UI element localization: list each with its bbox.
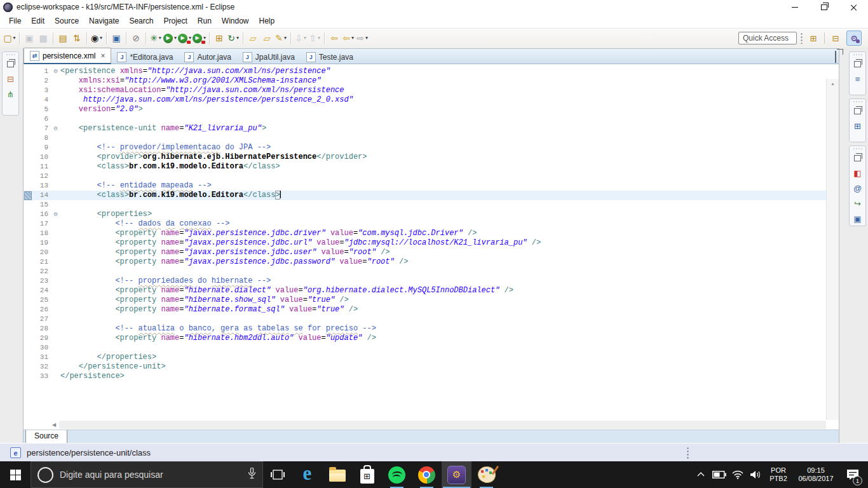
code-line[interactable]: 14 <class>br.com.k19.modelo.Editora</cla…	[24, 191, 839, 200]
code-line[interactable]: 10 <provider>org.hibernate.ejb.Hibernate…	[24, 152, 839, 162]
action-center-button[interactable]: 1	[841, 461, 864, 488]
code-line[interactable]: 11 <class>br.com.k19.modelo.Editora</cla…	[24, 162, 839, 172]
coverage-dropdown-icon[interactable]: ▾	[189, 36, 191, 41]
code-line[interactable]: 3 xsi:schemaLocation="http://java.sun.co…	[24, 86, 839, 95]
horizontal-scrollbar[interactable]: ◀	[24, 420, 839, 430]
code-line[interactable]: 29 <property name="hibernate.hbm2ddl.aut…	[24, 334, 839, 343]
export-jar-button[interactable]: ▤	[57, 31, 69, 45]
structure-view-button[interactable]: ⊞	[852, 121, 864, 132]
run-button[interactable]: ▶▾	[163, 31, 177, 45]
console-view-button[interactable]: ▣	[852, 214, 864, 224]
declaration-view-button[interactable]: ↪	[852, 198, 864, 209]
menu-search[interactable]: Search	[124, 15, 158, 27]
menu-file[interactable]: File	[4, 15, 26, 27]
close-button[interactable]	[839, 0, 868, 14]
microphone-icon[interactable]	[248, 468, 256, 482]
java-perspective-button[interactable]: ⚙	[846, 30, 862, 46]
taskbar-edge[interactable]: e	[292, 461, 322, 488]
volume-icon[interactable]	[748, 470, 764, 479]
code-line[interactable]: 2 xmlns:xsi="http://www.w3.org/2001/XMLS…	[24, 76, 839, 86]
language-indicator[interactable]: POR PTB2	[766, 466, 790, 483]
minimize-button[interactable]	[780, 0, 810, 14]
code-line[interactable]: 13 <!-- entidade mapeada -->	[24, 181, 839, 191]
next-annotation-dropdown-icon[interactable]: ▾	[304, 36, 306, 41]
tab-teste-java[interactable]: JTeste.java	[301, 50, 359, 64]
code-line[interactable]: 19 <property name="javax.persistence.jdb…	[24, 238, 839, 248]
javadoc-view-button[interactable]: @	[852, 183, 864, 194]
quick-access-input[interactable]: Quick Access	[738, 32, 797, 44]
highlight-pen-button[interactable]: ✎▾	[275, 31, 287, 45]
new-javaee-project-button[interactable]: ⊞	[213, 31, 226, 45]
tray-expand-chevron-icon[interactable]	[693, 472, 709, 477]
next-annotation-button[interactable]: ⇩▾	[294, 31, 307, 45]
previous-annotation-button[interactable]: ⇧▾	[308, 31, 321, 45]
debug-button[interactable]: ✳▾	[149, 31, 162, 45]
restore-button[interactable]	[810, 0, 839, 14]
code-line[interactable]: 5 version="2.0">	[24, 105, 839, 114]
new-wizard-dropdown-icon[interactable]: ▾	[13, 36, 16, 41]
editor-maximize-button[interactable]	[835, 51, 836, 63]
restore-outline-button[interactable]	[852, 58, 864, 69]
save-button[interactable]: ▣	[23, 31, 36, 45]
javaee-perspective-button[interactable]: ⊟	[829, 31, 843, 45]
fold-collapse-icon[interactable]: ⊖	[53, 211, 57, 218]
restore-left-views-button[interactable]	[5, 58, 17, 69]
code-line[interactable]: 27	[24, 315, 839, 324]
open-resource-button[interactable]: ▱	[247, 31, 259, 45]
tab-editora-java[interactable]: J*Editora.java	[111, 50, 179, 64]
code-line[interactable]: 4 http://java.sun.com/xml/ns/persistence…	[24, 95, 839, 105]
menu-source[interactable]: Source	[50, 15, 84, 27]
menu-window[interactable]: Window	[217, 15, 254, 27]
menu-help[interactable]: Help	[254, 15, 280, 27]
update-project-button[interactable]: ↻▾	[227, 31, 240, 45]
back-dropdown-icon[interactable]: ▾	[351, 36, 354, 41]
debug-dropdown-icon[interactable]: ▾	[159, 36, 161, 41]
code-line[interactable]: 8	[24, 133, 839, 143]
code-line[interactable]: 16⊖ <properties>	[24, 210, 839, 219]
taskbar-eclipse[interactable]: ⚙	[442, 461, 471, 488]
code-line[interactable]: 23 <!-- propriedades do hibernate -->	[24, 276, 839, 286]
type-hierarchy-button[interactable]: ⋔	[5, 89, 17, 100]
code-line[interactable]: 15	[24, 200, 839, 210]
tab-close-icon[interactable]: ×	[100, 51, 105, 60]
menu-run[interactable]: Run	[193, 15, 217, 27]
new-wizard-button[interactable]: ▢▾	[3, 31, 16, 45]
profile-dropdown-icon[interactable]: ▾	[203, 36, 206, 41]
open-console-button[interactable]: ▣	[110, 31, 123, 45]
code-line[interactable]: 12	[24, 172, 839, 181]
open-perspective-button[interactable]: ⊞	[806, 31, 820, 45]
coverage-button[interactable]: ▶▾	[178, 31, 191, 45]
taskbar-paint[interactable]	[471, 461, 501, 488]
taskbar-spotify[interactable]	[382, 461, 412, 488]
restore-structure-button[interactable]	[852, 105, 864, 116]
sync-file-button[interactable]: ⇅	[71, 31, 83, 45]
forward-button[interactable]: ⇨▾	[356, 31, 369, 45]
scroll-up-icon[interactable]: ▲	[827, 79, 839, 88]
code-line[interactable]: 30	[24, 343, 839, 353]
save-all-button[interactable]: ▩	[37, 31, 50, 45]
outline-view-button[interactable]: ≡	[852, 74, 864, 85]
wifi-icon[interactable]	[729, 470, 745, 479]
taskbar-file-explorer[interactable]	[322, 461, 352, 488]
forward-dropdown-icon[interactable]: ▾	[365, 36, 368, 41]
last-edit-location-button[interactable]: ⇦	[328, 31, 341, 45]
code-line[interactable]: 9 <!-- provedor/implementacao do JPA -->	[24, 143, 839, 152]
tab-persistence-xml[interactable]: ⇄persistence.xml×	[24, 48, 111, 64]
code-editor[interactable]: 1⊖<persistence xmlns="http://java.sun.co…	[24, 64, 839, 420]
fold-collapse-icon[interactable]: ⊖	[53, 68, 57, 75]
profile-button[interactable]: ▶▾	[193, 31, 206, 45]
code-line[interactable]: 24 <property name="hibernate.dialect" va…	[24, 286, 839, 295]
taskbar-microsoft-store[interactable]: ⊞	[352, 461, 382, 488]
code-line[interactable]: 32 </persistence-unit>	[24, 362, 839, 372]
menu-edit[interactable]: Edit	[26, 15, 50, 27]
code-line[interactable]: 20 <property name="javax.persistence.jdb…	[24, 248, 839, 257]
project-explorer-button[interactable]: ⊟	[5, 74, 17, 85]
user-profile-button[interactable]: ◉▾	[90, 31, 103, 45]
code-line[interactable]: 18 <property name="javax.persistence.jdb…	[24, 229, 839, 238]
taskbar-chrome[interactable]	[412, 461, 442, 488]
hscroll-track[interactable]	[59, 421, 826, 429]
previous-annotation-dropdown-icon[interactable]: ▾	[318, 36, 320, 41]
code-line[interactable]: 7⊖ <persistence-unit name="K21_livraria_…	[24, 124, 839, 133]
task-view-button[interactable]	[263, 461, 292, 488]
highlight-pen-dropdown-icon[interactable]: ▾	[284, 36, 287, 41]
